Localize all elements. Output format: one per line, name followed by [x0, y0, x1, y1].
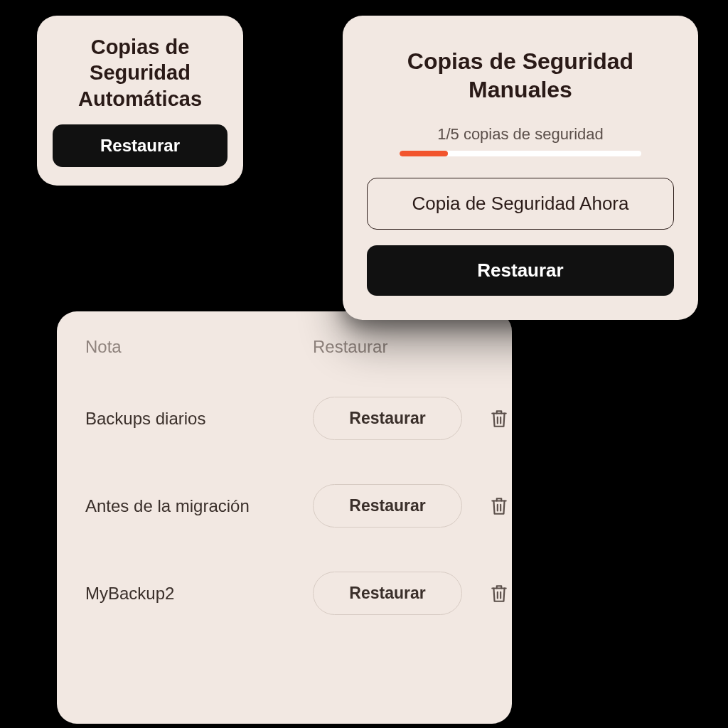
table-row: Antes de la migración Restaurar	[85, 484, 491, 528]
backup-note: MyBackup2	[85, 584, 306, 604]
manual-backups-title: Copias de Seguridad Manuales	[367, 47, 674, 104]
backup-count-label: 1/5 copias de seguridad	[367, 125, 674, 144]
header-restore: Restaurar	[313, 337, 455, 357]
trash-icon	[490, 409, 508, 429]
backup-note: Antes de la migración	[85, 496, 306, 516]
row-delete-button[interactable]	[482, 409, 512, 429]
table-row: Backups diarios Restaurar	[85, 397, 491, 440]
row-restore-button[interactable]: Restaurar	[313, 397, 462, 440]
trash-icon	[490, 584, 508, 604]
trash-icon	[490, 496, 508, 516]
header-note: Nota	[85, 337, 306, 357]
backup-list-card: Nota Restaurar Backups diarios Restaurar…	[57, 311, 512, 724]
row-delete-button[interactable]	[482, 584, 512, 604]
backup-progress-fill	[400, 151, 448, 156]
backup-now-button[interactable]: Copia de Seguridad Ahora	[367, 178, 674, 230]
table-row: MyBackup2 Restaurar	[85, 572, 491, 615]
auto-backups-title: Copias de Seguridad Automáticas	[53, 34, 228, 112]
manual-backups-card: Copias de Seguridad Manuales 1/5 copias …	[343, 16, 698, 320]
backup-note: Backups diarios	[85, 409, 306, 429]
row-delete-button[interactable]	[482, 496, 512, 516]
manual-restore-button[interactable]: Restaurar	[367, 245, 674, 296]
auto-restore-button[interactable]: Restaurar	[53, 124, 228, 167]
row-restore-button[interactable]: Restaurar	[313, 484, 462, 528]
row-restore-button[interactable]: Restaurar	[313, 572, 462, 615]
backup-progress-bar	[400, 151, 641, 156]
auto-backups-card: Copias de Seguridad Automáticas Restaura…	[37, 16, 243, 186]
backup-list-header: Nota Restaurar	[85, 337, 491, 357]
